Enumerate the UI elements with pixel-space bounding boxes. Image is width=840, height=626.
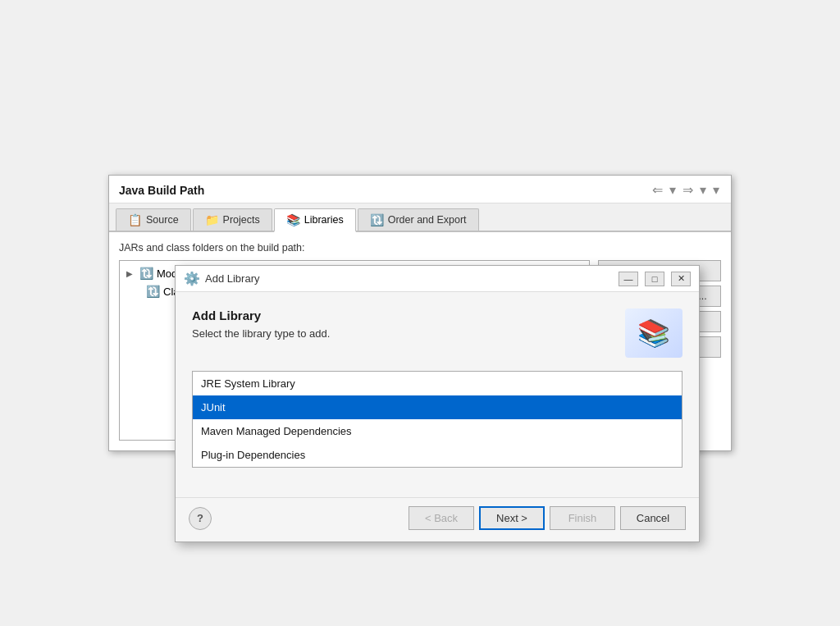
library-item-jre-system[interactable]: JRE System Library: [193, 372, 682, 395]
modal-subtitle: Select the library type to add.: [192, 327, 330, 340]
tab-libraries[interactable]: 📚 Libraries: [274, 208, 356, 232]
tab-bar: 📋 Source 📁 Projects 📚 Libraries 🔃 Order …: [109, 203, 731, 232]
modal-maximize-button[interactable]: □: [645, 272, 664, 286]
expand-arrow-modulepath: ▶: [126, 269, 136, 278]
help-button[interactable]: ?: [189, 507, 212, 530]
title-bar-controls: ⇐ ▾ ⇒ ▾ ▾: [651, 182, 721, 198]
library-item-maven[interactable]: Maven Managed Dependencies: [193, 419, 682, 443]
order-export-tab-icon: 🔃: [370, 213, 384, 226]
nav-back-dropdown-icon[interactable]: ▾: [668, 182, 678, 198]
library-item-plugin[interactable]: Plug-in Dependencies: [193, 443, 682, 467]
library-icon-area: 📚: [625, 308, 682, 358]
main-window: Java Build Path ⇐ ▾ ⇒ ▾ ▾ 📋 Source 📁 Pro…: [108, 175, 732, 451]
modal-heading: Add Library: [192, 308, 330, 322]
library-list: JRE System Library JUnit Maven Managed D…: [192, 371, 682, 468]
library-item-junit[interactable]: JUnit: [193, 395, 682, 419]
modal-close-button[interactable]: ✕: [671, 272, 691, 286]
modal-body: Add Library Select the library type to a…: [176, 292, 699, 497]
classpath-icon: 🔃: [146, 285, 160, 298]
tab-order-export[interactable]: 🔃 Order and Export: [358, 208, 479, 231]
tab-source[interactable]: 📋 Source: [116, 208, 191, 231]
tab-order-export-label: Order and Export: [388, 214, 467, 226]
projects-tab-icon: 📁: [205, 213, 219, 226]
tab-source-label: Source: [146, 214, 179, 226]
tab-projects[interactable]: 📁 Projects: [193, 208, 272, 231]
finish-button[interactable]: Finish: [550, 506, 615, 530]
modal-title-icon: ⚙️: [184, 271, 200, 286]
library-decorative-icon: 📚: [637, 318, 670, 349]
modal-header-section: Add Library Select the library type to a…: [192, 308, 682, 358]
library-item-plugin-label: Plug-in Dependencies: [201, 449, 305, 461]
library-item-junit-label: JUnit: [201, 401, 226, 414]
nav-forward-icon[interactable]: ⇒: [681, 182, 695, 198]
title-bar: Java Build Path ⇐ ▾ ⇒ ▾ ▾: [109, 176, 731, 203]
next-button[interactable]: Next >: [479, 506, 545, 530]
source-tab-icon: 📋: [128, 213, 142, 226]
add-library-dialog: ⚙️ Add Library — □ ✕ Add Library Select …: [175, 265, 700, 542]
footer-buttons: < Back Next > Finish Cancel: [409, 506, 686, 530]
libraries-tab-icon: 📚: [286, 213, 300, 226]
modal-controls: — □ ✕: [619, 272, 691, 286]
nav-forward-dropdown-icon[interactable]: ▾: [698, 182, 708, 198]
section-label: JARs and class folders on the build path…: [119, 242, 721, 254]
modal-footer: ? < Back Next > Finish Cancel: [176, 497, 699, 541]
tab-libraries-label: Libraries: [304, 214, 344, 226]
modal-minimize-button[interactable]: —: [619, 272, 638, 286]
back-button[interactable]: < Back: [409, 506, 474, 530]
library-item-maven-label: Maven Managed Dependencies: [201, 425, 352, 437]
library-item-jre-system-label: JRE System Library: [201, 377, 295, 390]
cancel-button[interactable]: Cancel: [620, 506, 686, 530]
content-area: JARs and class folders on the build path…: [109, 232, 731, 450]
modal-title-label: Add Library: [205, 272, 259, 285]
window-title: Java Build Path: [119, 184, 204, 197]
view-menu-icon[interactable]: ▾: [711, 182, 721, 198]
nav-back-icon[interactable]: ⇐: [651, 182, 664, 198]
modal-title-bar: ⚙️ Add Library — □ ✕: [176, 266, 699, 292]
tab-projects-label: Projects: [223, 214, 260, 226]
modal-header-text: Add Library Select the library type to a…: [192, 308, 330, 340]
modulepath-icon: 🔃: [139, 267, 153, 280]
modal-title-content: ⚙️ Add Library: [184, 271, 259, 286]
